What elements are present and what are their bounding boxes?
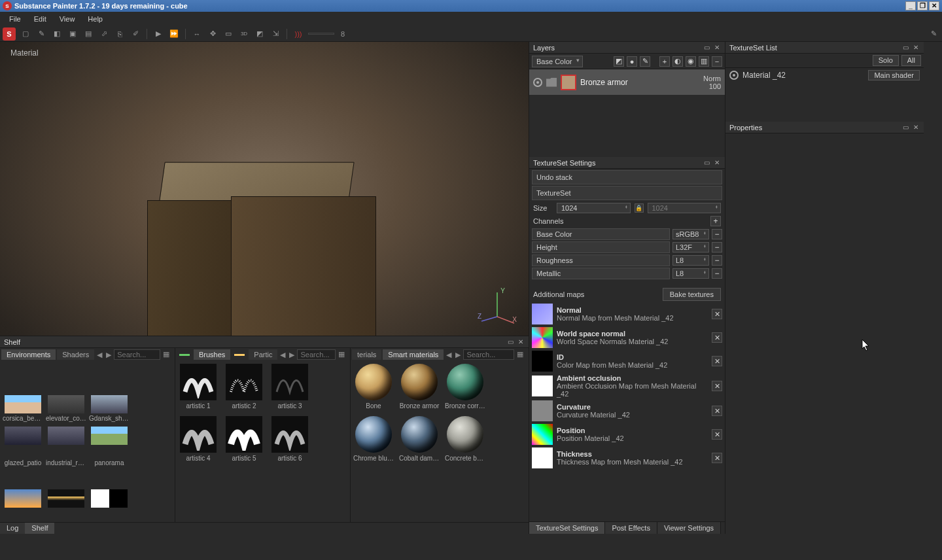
size-h[interactable]: 1024	[648, 203, 722, 213]
menu-help[interactable]: Help	[81, 13, 109, 25]
tab-materials[interactable]: terials	[352, 349, 381, 360]
map-row[interactable]: CurvatureCurvature Material _42✕	[529, 399, 725, 423]
size-w[interactable]: 1024	[557, 203, 631, 213]
clear-map-icon[interactable]: ✕	[712, 453, 722, 463]
map-row[interactable]: PositionPosition Material _42✕	[529, 423, 725, 446]
tab-post-effects[interactable]: Post Effects	[605, 522, 657, 534]
remove-channel-icon[interactable]: −	[712, 255, 722, 266]
view2d-icon[interactable]: ▭	[222, 28, 234, 40]
env-item[interactable]	[46, 489, 86, 519]
env-item[interactable]: glazed_patio	[3, 458, 43, 488]
tab-smart-materials[interactable]: Smart materials	[383, 349, 444, 360]
footer-tab-log[interactable]: Log	[0, 523, 25, 534]
tab-viewer-settings[interactable]: Viewer Settings	[657, 522, 721, 534]
close-button[interactable]: ✕	[929, 1, 939, 10]
env-item[interactable]	[89, 489, 130, 519]
undo-stack[interactable]: Undo stack	[532, 170, 722, 184]
smart-material-item[interactable]: Concrete bare	[445, 416, 485, 467]
brush-item[interactable]: artistic 3	[270, 364, 310, 415]
map-row[interactable]: Ambient occlusionAmbient Occlusion Map f…	[529, 373, 725, 399]
map-row[interactable]: IDColor Map from Mesh Material _42✕	[529, 349, 725, 373]
map-row[interactable]: NormalNormal Map from Mesh Material _42✕	[529, 302, 725, 326]
blend-mode[interactable]: Norm	[703, 75, 721, 82]
env-item[interactable]	[3, 427, 43, 457]
env-item[interactable]: elevator_corr…	[46, 395, 86, 425]
close-panel-icon[interactable]: ✕	[713, 44, 721, 52]
opacity[interactable]: 100	[703, 82, 721, 90]
symmetry-x-icon[interactable]: ↔	[191, 28, 203, 40]
viewport-3d[interactable]: Material Y X Z	[0, 42, 529, 336]
move-icon[interactable]: ✥	[207, 28, 218, 40]
view3d-icon[interactable]: 3D	[238, 28, 250, 40]
slider[interactable]	[308, 33, 334, 35]
wand-icon[interactable]: ✎	[928, 28, 939, 40]
channel-name[interactable]: Base Color	[532, 228, 670, 240]
menu-file[interactable]: File	[3, 13, 27, 25]
brush-item[interactable]: artistic 4	[178, 416, 218, 467]
clear-map-icon[interactable]: ✕	[712, 381, 722, 391]
close-panel-icon[interactable]: ✕	[517, 338, 525, 346]
map-row[interactable]: World space normalWorld Space Normals Ma…	[529, 326, 725, 349]
maximize-button[interactable]: ❐	[917, 1, 928, 10]
channel-format[interactable]: L32F	[672, 242, 709, 253]
clear-map-icon[interactable]: ✕	[712, 406, 722, 416]
textureset-item[interactable]: Material _42 Main shader	[725, 68, 924, 82]
bake-button[interactable]: Bake textures	[663, 288, 721, 301]
close-panel-icon[interactable]: ✕	[912, 124, 920, 131]
undock-icon[interactable]: ▭	[703, 44, 710, 52]
fill-icon[interactable]: ▤	[82, 28, 94, 40]
fx-icon[interactable]: ✎	[640, 56, 650, 67]
channel-format[interactable]: sRGB8	[672, 229, 709, 239]
smudge-icon[interactable]: ⬀	[98, 28, 110, 40]
grid-icon[interactable]: ▦	[517, 350, 526, 359]
channel-name[interactable]: Roughness	[532, 254, 670, 266]
smart-material-item[interactable]: Bronze armor	[399, 364, 440, 415]
open-icon[interactable]: ▢	[20, 28, 31, 40]
add-channel-icon[interactable]: +	[710, 216, 721, 226]
clear-map-icon[interactable]: ✕	[712, 309, 722, 319]
tab-particles[interactable]: Partic	[249, 349, 277, 360]
remove-channel-icon[interactable]: −	[712, 229, 722, 239]
all-button[interactable]: All	[901, 55, 921, 66]
smart-material-item[interactable]: Chrome blue…	[353, 416, 394, 467]
undock-icon[interactable]: ▭	[506, 338, 514, 346]
nav-prev-icon[interactable]: ◀	[96, 351, 103, 359]
remove-channel-icon[interactable]: −	[712, 242, 722, 253]
visibility-icon[interactable]	[533, 78, 542, 87]
clear-map-icon[interactable]: ✕	[712, 429, 722, 440]
nav-next-icon[interactable]: ▶	[454, 351, 462, 359]
clear-map-icon[interactable]: ✕	[712, 356, 722, 366]
env-item[interactable]: industrial_room	[46, 458, 86, 488]
play-icon[interactable]: ▶	[152, 28, 164, 40]
env-item[interactable]: corsica_beach	[3, 395, 43, 425]
undock-icon[interactable]: ▭	[901, 44, 909, 52]
logo-icon[interactable]: S	[3, 27, 16, 41]
mask-icon[interactable]: ◩	[614, 56, 624, 67]
add-fill-icon[interactable]: ◐	[672, 56, 683, 67]
folder-icon[interactable]: ▥	[699, 56, 709, 67]
record-icon[interactable]: )))	[292, 28, 304, 40]
grid-icon[interactable]: ▦	[163, 350, 172, 359]
visibility-icon[interactable]	[729, 71, 739, 80]
brush-item[interactable]: artistic 6	[270, 416, 310, 467]
env-item[interactable]: panorama	[89, 458, 130, 488]
env-item[interactable]: Gdansk_ship…	[89, 395, 130, 425]
menu-edit[interactable]: Edit	[27, 13, 53, 25]
close-panel-icon[interactable]: ✕	[912, 44, 920, 52]
smart-material-item[interactable]: Bronze corro…	[445, 364, 485, 415]
brush-search[interactable]	[297, 349, 336, 360]
footer-tab-shelf[interactable]: Shelf	[25, 523, 54, 534]
smart-material-item[interactable]: Cobalt dama…	[399, 416, 440, 467]
tab-ts-settings[interactable]: TextureSet Settings	[529, 522, 605, 534]
ff-icon[interactable]: ⏩	[168, 28, 180, 40]
nav-prev-icon[interactable]: ◀	[279, 351, 287, 359]
circle-icon[interactable]: ●	[627, 56, 637, 67]
add-layer-icon[interactable]: +	[659, 56, 670, 67]
textureset-section[interactable]: TextureSet	[532, 186, 722, 200]
brush-icon[interactable]: ✎	[35, 28, 47, 40]
nav-next-icon[interactable]: ▶	[288, 351, 296, 359]
pick-icon[interactable]: ✐	[130, 28, 141, 40]
map-row[interactable]: ThicknessThickness Map from Mesh Materia…	[529, 446, 725, 470]
tab-environments[interactable]: Environments	[1, 349, 56, 360]
lock-icon[interactable]: 🔒	[635, 203, 644, 213]
